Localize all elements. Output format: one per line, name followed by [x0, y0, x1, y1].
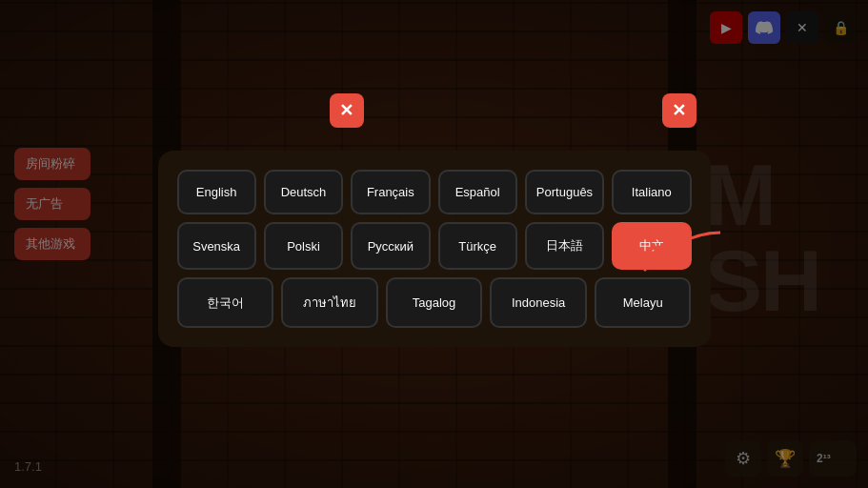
- close-button-right[interactable]: ✕: [662, 93, 696, 128]
- lang-indonesia[interactable]: Indonesia: [490, 277, 587, 328]
- language-grid-row2: Svenska Polski Русский Türkçe 日本語 中文: [177, 222, 692, 270]
- lang-polski[interactable]: Polski: [264, 222, 343, 270]
- lang-russian[interactable]: Русский: [351, 222, 430, 270]
- close-button-left[interactable]: ✕: [330, 93, 364, 128]
- language-dialog: ✕ ✕ English Deutsch Français Español Por…: [158, 151, 711, 347]
- lang-portugues[interactable]: Português: [525, 170, 604, 214]
- lang-deutsch[interactable]: Deutsch: [264, 170, 343, 214]
- lang-espanol[interactable]: Español: [438, 170, 517, 214]
- lang-tagalog[interactable]: Tagalog: [386, 277, 483, 328]
- lang-melayu[interactable]: Melayu: [595, 277, 692, 328]
- lang-english[interactable]: English: [177, 170, 256, 214]
- lang-turkce[interactable]: Türkçe: [438, 222, 517, 270]
- lang-francais[interactable]: Français: [351, 170, 430, 214]
- lang-korean[interactable]: 한국어: [177, 277, 274, 328]
- language-grid-row3: 한국어 ภาษาไทย Tagalog Indonesia Melayu: [177, 277, 692, 328]
- lang-italiano[interactable]: Italiano: [612, 170, 691, 214]
- language-grid-row1: English Deutsch Français Español Portugu…: [177, 170, 692, 214]
- lang-japanese[interactable]: 日本語: [525, 222, 604, 270]
- lang-thai[interactable]: ภาษาไทย: [281, 277, 378, 328]
- dialog-overlay: ✕ ✕ English Deutsch Français Español Por…: [0, 0, 868, 488]
- lang-svenska[interactable]: Svenska: [177, 222, 256, 270]
- lang-chinese[interactable]: 中文: [612, 222, 691, 270]
